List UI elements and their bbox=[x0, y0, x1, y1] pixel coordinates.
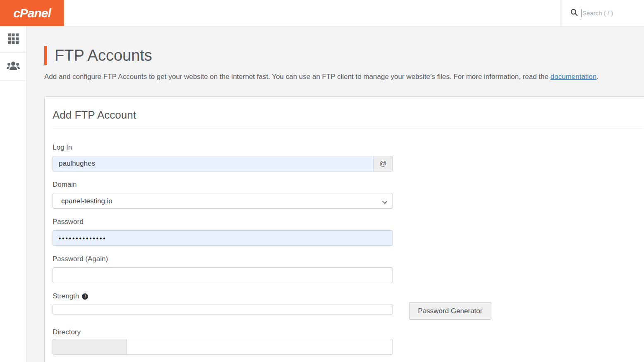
at-sign-addon: @ bbox=[373, 156, 393, 171]
text-caret bbox=[582, 9, 582, 17]
password-again-group: Password (Again) bbox=[53, 255, 393, 283]
card-title: Add FTP Account bbox=[53, 109, 644, 121]
global-search[interactable] bbox=[560, 0, 644, 26]
directory-path-addon bbox=[53, 339, 127, 355]
strength-label-row: Strength i bbox=[53, 292, 393, 301]
login-input-group: @ bbox=[53, 156, 393, 171]
password-generator-button[interactable]: Password Generator bbox=[409, 302, 491, 320]
search-input[interactable] bbox=[582, 10, 644, 17]
domain-select[interactable]: cpanel-testing.io bbox=[53, 193, 393, 209]
cpanel-logo-text: cPanel bbox=[13, 6, 51, 20]
login-group: Log In @ bbox=[53, 143, 393, 171]
cpanel-logo[interactable]: cPanel bbox=[0, 0, 64, 26]
users-icon bbox=[7, 61, 20, 72]
sidebar-item-tools[interactable] bbox=[0, 26, 26, 53]
directory-group: Directory bbox=[53, 328, 393, 355]
strength-row: Password Generator bbox=[53, 305, 393, 314]
password-group: Password bbox=[53, 217, 393, 246]
password-label: Password bbox=[53, 217, 393, 226]
page-header: FTP Accounts bbox=[26, 26, 644, 65]
main-content: FTP Accounts Add and configure FTP Accou… bbox=[26, 26, 644, 362]
domain-label: Domain bbox=[53, 180, 393, 189]
card-divider bbox=[53, 128, 644, 129]
add-ftp-account-form: Log In @ Domain cpanel-testing.io bbox=[53, 143, 393, 355]
search-icon bbox=[570, 9, 578, 18]
strength-label: Strength bbox=[53, 292, 79, 301]
directory-label: Directory bbox=[53, 328, 393, 337]
topbar-spacer bbox=[64, 0, 560, 26]
password-input[interactable] bbox=[53, 230, 393, 246]
domain-select-wrap: cpanel-testing.io bbox=[53, 193, 393, 209]
page-description-suffix: . bbox=[596, 73, 599, 81]
login-input[interactable] bbox=[53, 156, 373, 171]
top-navbar: cPanel bbox=[0, 0, 644, 26]
sidebar-item-user-manager[interactable] bbox=[0, 53, 26, 81]
directory-input-group bbox=[53, 339, 393, 355]
domain-group: Domain cpanel-testing.io bbox=[53, 180, 393, 209]
password-again-label: Password (Again) bbox=[53, 255, 393, 264]
documentation-link[interactable]: documentation bbox=[551, 73, 597, 81]
login-label: Log In bbox=[53, 143, 393, 152]
grid-icon bbox=[8, 33, 19, 46]
info-icon[interactable]: i bbox=[82, 293, 88, 300]
strength-meter bbox=[53, 305, 393, 314]
sidebar bbox=[0, 26, 26, 362]
page-description-text: Add and configure FTP Accounts to get yo… bbox=[44, 73, 551, 81]
password-again-input[interactable] bbox=[53, 267, 393, 283]
page-description: Add and configure FTP Accounts to get yo… bbox=[44, 73, 623, 81]
directory-input[interactable] bbox=[127, 339, 393, 355]
strength-group: Strength i Password Generator bbox=[53, 292, 393, 314]
accent-bar bbox=[44, 46, 47, 65]
add-ftp-account-card: Add FTP Account Log In @ Domain cpanel-t… bbox=[44, 96, 644, 362]
page-title: FTP Accounts bbox=[55, 47, 152, 64]
